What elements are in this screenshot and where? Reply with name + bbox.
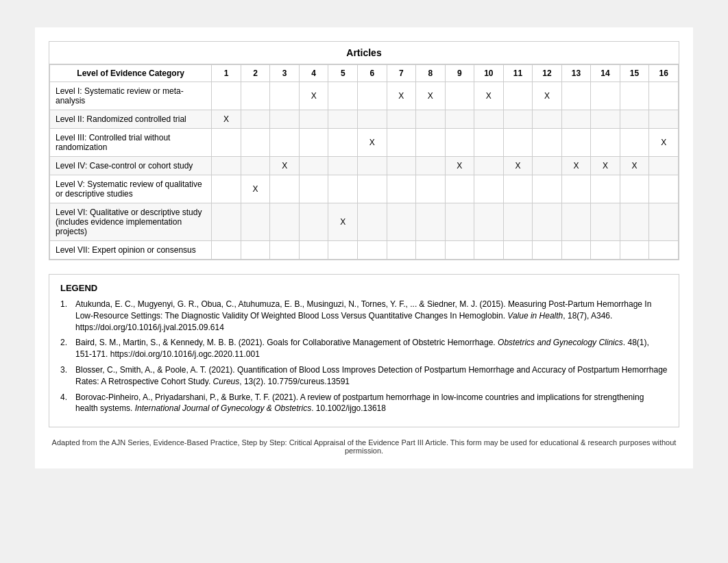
col-header-5: 5	[328, 65, 358, 82]
cell-row4-col7	[387, 175, 416, 203]
cell-row2-col13	[561, 129, 591, 157]
cell-row0-col3	[270, 82, 300, 110]
cell-row3-col1	[212, 157, 241, 175]
cell-row1-col14	[591, 110, 620, 129]
level-label-1: Level II: Randomized controlled trial	[50, 110, 212, 129]
table-row: Level III: Controlled trial without rand…	[50, 129, 679, 157]
cell-row3-col6	[357, 157, 387, 175]
evidence-table-wrapper: Articles Level of Evidence Category 1234…	[49, 41, 679, 260]
cell-row0-col11	[503, 82, 533, 110]
table-row: Level IV: Case-control or cohort studyXX…	[50, 157, 679, 175]
col-header-1: 1	[212, 65, 241, 82]
cell-row2-col9	[445, 129, 474, 157]
cell-row6-col2	[241, 241, 270, 260]
cell-row3-col14: X	[591, 157, 620, 175]
table-row: Level V: Systematic review of qualitativ…	[50, 175, 679, 203]
cell-row5-col4	[299, 203, 328, 241]
cell-row3-col9: X	[445, 157, 474, 175]
cell-row1-col4	[299, 110, 328, 129]
table-row: Level II: Randomized controlled trialX	[50, 110, 679, 129]
cell-row2-col2	[241, 129, 270, 157]
cell-row5-col11	[503, 203, 533, 241]
legend-item-num-2: 2.	[60, 337, 71, 360]
cell-row2-col7	[387, 129, 416, 157]
cell-row3-col3: X	[270, 157, 300, 175]
level-label-6: Level VII: Expert opinion or consensus	[50, 241, 212, 260]
cell-row4-col13	[561, 175, 591, 203]
cell-row2-col12	[533, 129, 562, 157]
cell-row6-col14	[591, 241, 620, 260]
cell-row3-col15: X	[620, 157, 649, 175]
cell-row3-col10	[474, 157, 504, 175]
cell-row6-col7	[387, 241, 416, 260]
col-header-14: 14	[591, 65, 620, 82]
cell-row5-col7	[387, 203, 416, 241]
cell-row2-col4	[299, 129, 328, 157]
cell-row3-col5	[328, 157, 358, 175]
cell-row5-col8	[416, 203, 446, 241]
level-label-0: Level I: Systematic review or meta-analy…	[50, 82, 212, 110]
cell-row4-col4	[299, 175, 328, 203]
legend-item-1: 1.Atukunda, E. C., Mugyenyi, G. R., Obua…	[60, 299, 668, 333]
cell-row1-col8	[416, 110, 446, 129]
cell-row4-col11	[503, 175, 533, 203]
footer-text: Adapted from the AJN Series, Evidence-Ba…	[49, 438, 679, 455]
cell-row0-col8: X	[416, 82, 446, 110]
col-header-16: 16	[649, 65, 679, 82]
level-label-3: Level IV: Case-control or cohort study	[50, 157, 212, 175]
cell-row4-col8	[416, 175, 446, 203]
legend-item-num-1: 1.	[60, 299, 71, 333]
cell-row6-col3	[270, 241, 300, 260]
col-header-2: 2	[241, 65, 270, 82]
cell-row6-col15	[620, 241, 649, 260]
legend-items-container: 1.Atukunda, E. C., Mugyenyi, G. R., Obua…	[60, 299, 668, 414]
col-header-9: 9	[445, 65, 474, 82]
level-label-4: Level V: Systematic review of qualitativ…	[50, 175, 212, 203]
cell-row4-col2: X	[241, 175, 270, 203]
table-row: Level VI: Qualitative or descriptive stu…	[50, 203, 679, 241]
table-row: Level I: Systematic review or meta-analy…	[50, 82, 679, 110]
cell-row2-col6: X	[357, 129, 387, 157]
cell-row0-col1	[212, 82, 241, 110]
cell-row5-col6	[357, 203, 387, 241]
cell-row0-col4: X	[299, 82, 328, 110]
level-label-5: Level VI: Qualitative or descriptive stu…	[50, 203, 212, 241]
cell-row2-col15	[620, 129, 649, 157]
cell-row6-col12	[533, 241, 562, 260]
cell-row5-col16	[649, 203, 679, 241]
cell-row4-col16	[649, 175, 679, 203]
legend-item-ref-1: Atukunda, E. C., Mugyenyi, G. R., Obua, …	[75, 299, 668, 333]
cell-row5-col2	[241, 203, 270, 241]
articles-header: Articles	[49, 42, 679, 64]
cell-row2-col1	[212, 129, 241, 157]
cell-row0-col5	[328, 82, 358, 110]
page-container: Articles Level of Evidence Category 1234…	[35, 27, 693, 468]
col-header-7: 7	[387, 65, 416, 82]
cell-row3-col4	[299, 157, 328, 175]
cell-row0-col14	[591, 82, 620, 110]
col-header-10: 10	[474, 65, 504, 82]
cell-row0-col12: X	[533, 82, 562, 110]
cell-row2-col10	[474, 129, 504, 157]
cell-row6-col16	[649, 241, 679, 260]
cell-row4-col9	[445, 175, 474, 203]
cell-row4-col12	[533, 175, 562, 203]
cell-row0-col10: X	[474, 82, 504, 110]
legend-item-2: 2.Baird, S. M., Martin, S., & Kennedy, M…	[60, 337, 668, 360]
cell-row6-col13	[561, 241, 591, 260]
category-column-header: Level of Evidence Category	[50, 65, 212, 82]
cell-row1-col1: X	[212, 110, 241, 129]
evidence-table: Level of Evidence Category 1234567891011…	[49, 64, 679, 260]
cell-row4-col5	[328, 175, 358, 203]
cell-row6-col9	[445, 241, 474, 260]
legend-item-ref-3: Blosser, C., Smith, A., & Poole, A. T. (…	[75, 364, 668, 388]
table-header-row: Level of Evidence Category 1234567891011…	[50, 65, 679, 82]
cell-row3-col2	[241, 157, 270, 175]
cell-row2-col14	[591, 129, 620, 157]
cell-row4-col14	[591, 175, 620, 203]
cell-row3-col7	[387, 157, 416, 175]
cell-row5-col1	[212, 203, 241, 241]
legend-item-num-4: 4.	[60, 392, 71, 415]
cell-row1-col13	[561, 110, 591, 129]
level-label-2: Level III: Controlled trial without rand…	[50, 129, 212, 157]
